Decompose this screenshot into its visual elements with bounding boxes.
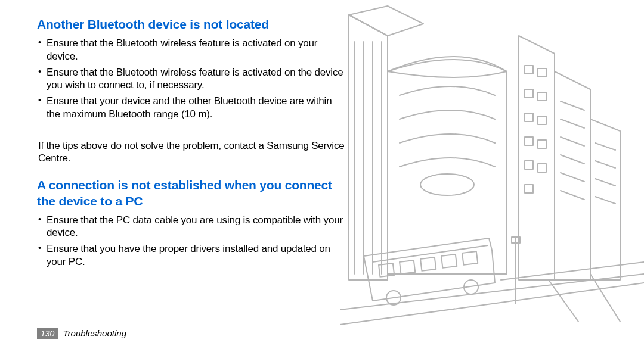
- page-number: 130: [37, 328, 58, 339]
- svg-rect-7: [525, 89, 533, 98]
- svg-rect-6: [538, 68, 546, 77]
- svg-line-38: [501, 262, 644, 280]
- svg-line-26: [373, 245, 488, 262]
- svg-line-22: [595, 143, 615, 150]
- svg-rect-12: [538, 140, 546, 148]
- svg-rect-14: [538, 164, 546, 172]
- list-item: Ensure that the PC data cable you are us…: [47, 214, 347, 239]
- list-item: Ensure that the Bluetooth wireless featu…: [47, 66, 347, 92]
- svg-rect-10: [538, 116, 546, 124]
- svg-rect-8: [538, 92, 546, 101]
- svg-rect-5: [525, 66, 533, 74]
- svg-rect-31: [420, 257, 436, 271]
- heading-pc-connection: A connection is not established when you…: [37, 177, 347, 209]
- svg-line-19: [561, 155, 584, 164]
- svg-rect-30: [400, 260, 415, 274]
- heading-bluetooth-not-located: Another Bluetooth device is not located: [37, 17, 347, 32]
- svg-rect-33: [462, 251, 478, 265]
- bluetooth-tips-list: Ensure that the Bluetooth wireless featu…: [37, 37, 347, 120]
- pc-tips-list: Ensure that the PC data cable you are us…: [37, 214, 347, 268]
- svg-rect-32: [441, 254, 457, 268]
- svg-line-25: [595, 197, 615, 204]
- svg-rect-29: [379, 263, 394, 277]
- svg-line-16: [561, 101, 584, 110]
- section-name: Troubleshooting: [63, 328, 126, 338]
- svg-line-20: [561, 173, 584, 182]
- svg-line-21: [561, 191, 584, 200]
- content-column: Another Bluetooth device is not located …: [37, 17, 347, 268]
- list-item: Ensure that your device and the other Bl…: [47, 95, 347, 120]
- manual-page: Another Bluetooth device is not located …: [0, 0, 644, 349]
- page-footer: 130 Troubleshooting: [37, 328, 126, 339]
- svg-line-18: [561, 137, 584, 146]
- svg-line-39: [549, 280, 578, 322]
- svg-rect-13: [525, 161, 533, 169]
- svg-point-4: [420, 174, 474, 195]
- svg-line-40: [590, 274, 620, 322]
- svg-rect-15: [525, 185, 533, 193]
- cityscape-illustration: [340, 0, 644, 334]
- svg-rect-9: [525, 113, 533, 121]
- svg-line-24: [595, 179, 615, 186]
- list-item: Ensure that the Bluetooth wireless featu…: [47, 37, 347, 63]
- svg-line-23: [595, 161, 615, 168]
- contact-service-centre: If the tips above do not solve the probl…: [37, 139, 347, 165]
- svg-line-17: [561, 119, 584, 128]
- list-item: Ensure that you have the proper drivers …: [47, 242, 347, 268]
- svg-rect-11: [525, 137, 533, 145]
